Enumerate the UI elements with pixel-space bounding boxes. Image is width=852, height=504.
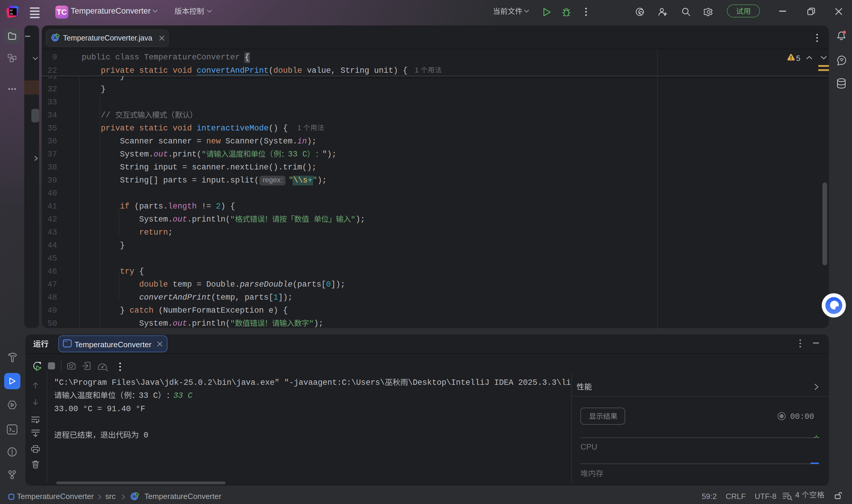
svg-text:IJ: IJ <box>10 8 13 12</box>
